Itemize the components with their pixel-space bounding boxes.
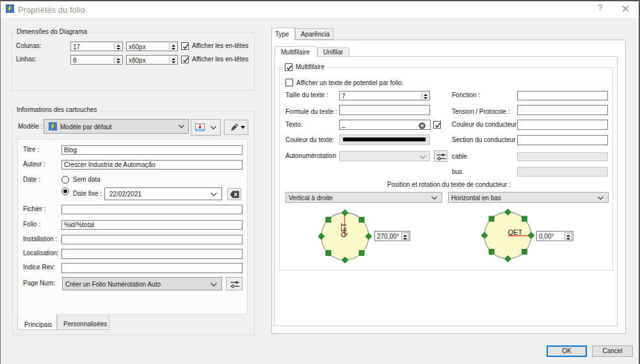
svg-text:QET: QET: [340, 223, 348, 237]
svg-text:QET: QET: [508, 228, 523, 236]
